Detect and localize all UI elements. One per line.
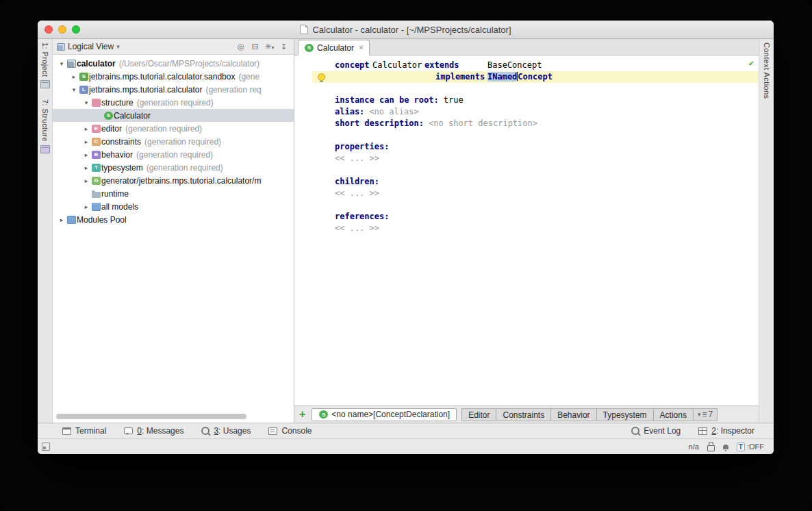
expand-arrow[interactable]: ▸: [81, 138, 91, 145]
hidden-tabs-button[interactable]: ▾ ≡ 7: [693, 408, 718, 421]
keyword-references: references:: [335, 212, 389, 221]
concept-name-cell[interactable]: Calculator: [372, 60, 422, 71]
code-line-properties[interactable]: properties:: [294, 141, 759, 153]
expand-arrow[interactable]: ▸: [81, 177, 91, 184]
short-description-value[interactable]: <no short description>: [429, 119, 537, 128]
tree-row[interactable]: ▸ E editor (generation required): [53, 122, 294, 135]
hide-panel-icon[interactable]: ↧: [278, 42, 290, 51]
expand-arrow[interactable]: ▾: [69, 86, 79, 93]
code-line-instance-root[interactable]: instance can be root:true: [294, 95, 759, 106]
current-node-label: <no name>[ConceptDeclaration]: [331, 408, 450, 421]
tree-item-detail: (generation required): [136, 150, 213, 160]
code-line-references[interactable]: references:: [294, 211, 759, 223]
close-tab-icon[interactable]: ×: [359, 43, 364, 53]
inspection-ok-icon: ✔: [749, 58, 754, 68]
terminal-label: Terminal: [75, 426, 106, 436]
tree-row[interactable]: ▸ C constraints (generation required): [53, 135, 294, 148]
tool-window-toggle-icon[interactable]: [42, 443, 50, 451]
console-button[interactable]: Console: [268, 426, 312, 436]
tree-item-label: constraints: [101, 137, 141, 147]
horizontal-scrollbar[interactable]: [53, 414, 294, 420]
typesystem-toggle-state: :OFF: [747, 443, 764, 451]
aspect-tab-actions[interactable]: Actions: [653, 408, 694, 421]
notifications-icon[interactable]: [723, 445, 728, 449]
tree-row[interactable]: ▾ calculator (/Users/Oscar/MPSProjects/c…: [53, 57, 294, 70]
console-icon: [268, 427, 277, 435]
usages-button[interactable]: 3: Usages: [201, 426, 251, 436]
tree-row[interactable]: ▾ structure (generation required): [53, 96, 294, 109]
add-aspect-button[interactable]: +: [299, 409, 305, 420]
code-editor[interactable]: concept Calculator extends BaseConcept i…: [294, 55, 759, 406]
tree-item-icon: S: [104, 112, 113, 120]
expand-arrow[interactable]: ▸: [57, 216, 66, 223]
code-line-implements[interactable]: implements INamedConcept: [294, 71, 759, 83]
aspect-tab-typesystem[interactable]: Typesystem: [596, 408, 654, 421]
current-node-tab[interactable]: S <no name>[ConceptDeclaration]: [312, 408, 457, 421]
keyword-concept: concept: [335, 60, 370, 71]
intention-bulb-icon[interactable]: [318, 73, 325, 81]
messages-button[interactable]: 0: Messages: [124, 426, 183, 436]
tree-row[interactable]: ▸ T typesystem (generation required): [53, 161, 294, 174]
tool-button-project[interactable]: 1: Project: [40, 42, 50, 88]
children-empty-cell[interactable]: << ... >>: [335, 188, 379, 198]
collapse-all-icon[interactable]: ⊟: [249, 42, 261, 51]
inspector-button[interactable]: 2: Inspector: [698, 426, 754, 436]
code-line-references-empty[interactable]: << ... >>: [294, 223, 759, 234]
typesystem-toggle[interactable]: T :OFF: [737, 443, 764, 451]
implements-value-cell[interactable]: INamedConcept: [487, 71, 553, 83]
expand-arrow[interactable]: ▸: [81, 164, 91, 171]
tool-button-structure[interactable]: 7: Structure: [40, 99, 50, 153]
expand-arrow[interactable]: ▸: [69, 73, 79, 80]
tree-item-detail: (generation required): [125, 124, 202, 134]
tree-item-detail: (/Users/Oscar/MPSProjects/calculator): [119, 59, 259, 68]
inspector-label: 2: Inspector: [711, 426, 754, 436]
properties-empty-cell[interactable]: << ... >>: [335, 153, 379, 163]
code-line-properties-empty[interactable]: << ... >>: [294, 153, 759, 164]
scroll-from-source-icon[interactable]: ◎: [235, 42, 246, 51]
gear-icon[interactable]: ✳▾: [264, 42, 275, 51]
tree-item-icon: S: [79, 73, 88, 81]
caret-position-label: n/a: [689, 443, 699, 451]
tree-item-detail: (generation required): [147, 163, 223, 173]
expand-arrow[interactable]: ▸: [81, 125, 91, 132]
hidden-tabs-count: 7: [709, 408, 713, 421]
tree-row[interactable]: ▾ L jetbrains.mps.tutorial.calculator (g…: [53, 83, 294, 96]
scrollbar-thumb[interactable]: [56, 414, 246, 419]
tree-row[interactable]: ▸ Modules Pool: [53, 213, 294, 226]
editor-tab-calculator[interactable]: S Calculator ×: [298, 40, 370, 55]
tree-row[interactable]: runtime: [53, 187, 294, 200]
code-line-short-description[interactable]: short description:<no short description>: [294, 118, 759, 129]
tool-button-context-actions[interactable]: Context Actions: [763, 42, 771, 99]
code-line-children-empty[interactable]: << ... >>: [294, 188, 759, 199]
aspect-tab-behavior[interactable]: Behavior: [550, 408, 596, 421]
tree-row[interactable]: S Calculator: [53, 109, 294, 122]
expand-arrow[interactable]: ▸: [81, 151, 91, 158]
mps-window: Calculator - calculator - [~/MPSProjects…: [38, 21, 774, 454]
expand-arrow[interactable]: ▾: [57, 60, 66, 67]
tree-row[interactable]: ▸ B behavior (generation required): [53, 148, 294, 161]
code-line-alias[interactable]: alias:<no alias>: [294, 106, 759, 118]
aspect-tab-constraints[interactable]: Constraints: [496, 408, 551, 421]
code-line-concept[interactable]: concept Calculator extends BaseConcept: [294, 60, 759, 71]
expand-arrow[interactable]: ▸: [81, 203, 91, 210]
event-log-button[interactable]: Event Log: [631, 426, 681, 436]
aspect-tab-editor[interactable]: Editor: [461, 408, 496, 421]
alias-value[interactable]: <no alias>: [369, 107, 418, 116]
titlebar[interactable]: Calculator - calculator - [~/MPSProjects…: [38, 21, 774, 39]
terminal-button[interactable]: Terminal: [62, 426, 106, 436]
tree-row[interactable]: ▸ G generator/jetbrains.mps.tutorial.cal…: [53, 174, 294, 187]
extends-value-cell[interactable]: BaseConcept: [487, 60, 542, 71]
references-empty-cell[interactable]: << ... >>: [335, 223, 379, 233]
instance-root-value[interactable]: true: [444, 95, 464, 105]
tree-row[interactable]: ▸ S jetbrains.mps.tutorial.calculator.sa…: [53, 70, 294, 83]
lock-icon[interactable]: [707, 445, 715, 451]
chevron-down-icon[interactable]: ▾: [116, 43, 120, 50]
project-tool-label: 1: Project: [41, 42, 49, 77]
tree-item-detail: (generation required): [144, 137, 221, 147]
code-line-children[interactable]: children:: [294, 176, 759, 188]
expand-arrow[interactable]: ▾: [81, 99, 91, 106]
view-selector[interactable]: Logical View: [68, 42, 114, 51]
keyword-extends: extends: [424, 60, 459, 71]
keyword-children: children:: [335, 177, 379, 186]
tree-row[interactable]: ▸ all models: [53, 200, 294, 213]
